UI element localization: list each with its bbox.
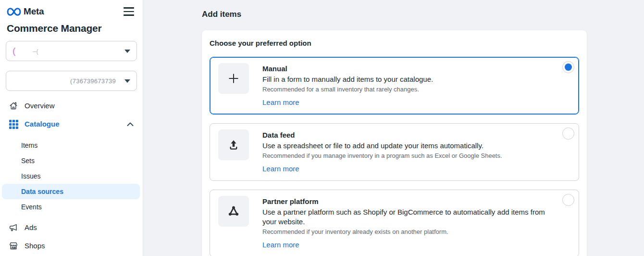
option-description: Use a spreadsheet or file to add and upd… bbox=[262, 141, 502, 151]
sidebar-item-label: Overview bbox=[25, 101, 55, 111]
meta-logo: Meta bbox=[7, 6, 44, 17]
option-recommendation: Recommended if you manage inventory in a… bbox=[262, 152, 502, 160]
megaphone-icon bbox=[9, 223, 18, 232]
option-recommendation: Recommended for a small inventory that r… bbox=[262, 85, 433, 93]
option-title: Manual bbox=[262, 64, 433, 74]
learn-more-link[interactable]: Learn more bbox=[262, 240, 299, 250]
option-data-feed[interactable]: Data feed Use a spreadsheet or file to a… bbox=[210, 123, 579, 181]
sidebar-item-ads[interactable]: Ads bbox=[0, 218, 143, 237]
learn-more-link[interactable]: Learn more bbox=[262, 164, 299, 174]
preferred-option-card: Choose your preferred option Manual Fill… bbox=[202, 30, 587, 256]
sidebar-item-shops[interactable]: Shops bbox=[0, 237, 143, 255]
upload-icon bbox=[218, 129, 249, 160]
redacted-catalogue-id: (736739673739 bbox=[70, 77, 116, 85]
radio-partner-platform[interactable] bbox=[562, 194, 574, 206]
hamburger-menu-icon[interactable] bbox=[124, 6, 134, 17]
sidebar-item-issues[interactable]: Issues bbox=[0, 168, 143, 184]
option-recommendation: Recommended if your inventory already ex… bbox=[262, 228, 556, 236]
sidebar-nav: Overview Catalogue bbox=[0, 97, 143, 255]
sidebar-item-items[interactable]: Items bbox=[0, 138, 143, 153]
sidebar-item-sets[interactable]: Sets bbox=[0, 153, 143, 168]
option-manual[interactable]: Manual Fill in a form to manually add it… bbox=[210, 57, 579, 115]
option-description: Use a partner platform such as Shopify o… bbox=[262, 207, 556, 227]
radio-manual[interactable] bbox=[562, 61, 574, 73]
sidebar-item-label: Shops bbox=[25, 241, 45, 251]
sidebar: Meta Commerce Manager ( ‒( (736739673739 bbox=[0, 0, 143, 256]
brand-row: Meta bbox=[0, 0, 143, 17]
catalogue-selector[interactable]: (736739673739 bbox=[6, 71, 137, 91]
partner-nodes-icon bbox=[218, 196, 249, 227]
meta-wordmark: Meta bbox=[24, 6, 44, 17]
catalogue-sub-list: Items Sets Issues Data sources Events bbox=[0, 138, 143, 215]
sidebar-item-catalogue[interactable]: Catalogue bbox=[0, 115, 143, 133]
home-icon bbox=[9, 101, 18, 111]
radio-data-feed[interactable] bbox=[562, 128, 574, 140]
business-selector[interactable]: ( ‒( bbox=[6, 41, 137, 61]
meta-infinity-icon bbox=[7, 7, 21, 16]
caret-down-icon bbox=[124, 79, 130, 83]
plus-icon bbox=[218, 63, 249, 94]
page-title: Add items bbox=[202, 10, 587, 19]
app-title: Commerce Manager bbox=[7, 23, 136, 34]
sidebar-item-data-sources[interactable]: Data sources bbox=[2, 184, 140, 199]
option-title: Data feed bbox=[262, 130, 502, 140]
option-description: Fill in a form to manually add items to … bbox=[262, 75, 433, 84]
sidebar-item-label: Ads bbox=[25, 223, 37, 232]
redacted-business-fragment: ‒( bbox=[33, 48, 38, 55]
card-heading: Choose your preferred option bbox=[210, 39, 579, 47]
storefront-icon bbox=[9, 241, 18, 251]
option-partner-platform[interactable]: Partner platform Use a partner platform … bbox=[210, 190, 579, 256]
redacted-business-name: ( bbox=[12, 46, 15, 56]
caret-down-icon bbox=[124, 50, 130, 53]
learn-more-link[interactable]: Learn more bbox=[262, 98, 299, 107]
app-root: Meta Commerce Manager ( ‒( (736739673739 bbox=[0, 0, 644, 256]
sidebar-item-overview[interactable]: Overview bbox=[0, 97, 143, 115]
chevron-up-icon bbox=[126, 122, 134, 127]
option-title: Partner platform bbox=[262, 197, 556, 206]
sidebar-item-label: Catalogue bbox=[25, 119, 60, 129]
grid-icon bbox=[9, 119, 18, 129]
sidebar-item-events[interactable]: Events bbox=[0, 199, 143, 215]
main-content: Add items Choose your preferred option M… bbox=[143, 0, 644, 256]
